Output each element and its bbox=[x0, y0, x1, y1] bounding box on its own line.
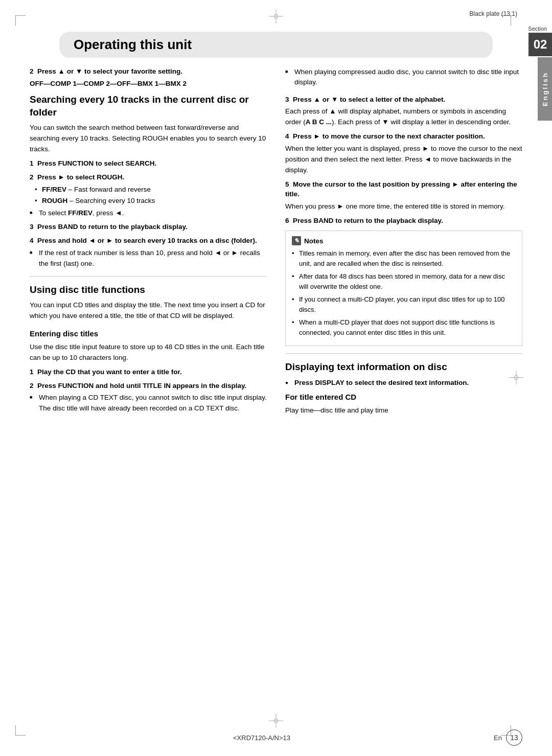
section-disc-title-intro: You can input CD titles and display the … bbox=[30, 300, 267, 322]
notes-title: ✎ Notes bbox=[292, 236, 516, 245]
section-displaying: Displaying text information on disc Pres… bbox=[285, 361, 522, 416]
section-disc-title-heading: Using disc title functions bbox=[30, 284, 267, 296]
step-4-title: 4 Press and hold ◄ or ► to search every … bbox=[30, 236, 267, 246]
right-column: When playing compressed audio disc, you … bbox=[285, 67, 522, 420]
right-step-3-title: 3 Press ▲ or ▼ to select a letter of the… bbox=[285, 95, 522, 105]
intro-step-body: OFF—COMP 1—COMP 2—OFF—BMX 1—BMX 2 bbox=[30, 79, 267, 89]
note-4: When a multi-CD player that does not sup… bbox=[292, 317, 516, 337]
right-step-4-body: When the letter you want is displayed, p… bbox=[285, 144, 522, 176]
section-searching-intro: You can switch the search method between… bbox=[30, 123, 267, 155]
step-1: 1 Press FUNCTION to select SEARCH. bbox=[30, 159, 267, 169]
section-number: 02 bbox=[528, 33, 552, 56]
step-2-bullets: FF/REV – Fast forward and reverse ROUGH … bbox=[35, 185, 267, 207]
step-4-sq-bullet: If the rest of track number is less than… bbox=[30, 248, 267, 269]
bullet-rough: ROUGH – Searching every 10 tracks bbox=[35, 196, 267, 206]
left-column: 2 Press ▲ or ▼ to select your favorite s… bbox=[30, 67, 267, 420]
intro-step: 2 Press ▲ or ▼ to select your favorite s… bbox=[30, 67, 267, 89]
main-content: 2 Press ▲ or ▼ to select your favorite s… bbox=[0, 67, 552, 420]
crosshair-right bbox=[509, 370, 523, 386]
title-banner: Operating this unit bbox=[59, 32, 493, 58]
note-3: If you connect a multi-CD player, you ca… bbox=[292, 294, 516, 314]
crosshair-bottom bbox=[269, 714, 283, 729]
top-right-text: Black plate (13,1) bbox=[470, 10, 517, 17]
page-title: Operating this unit bbox=[74, 37, 478, 53]
notes-box: ✎ Notes Titles remain in memory, even af… bbox=[285, 231, 522, 346]
notes-icon: ✎ bbox=[292, 236, 301, 245]
section-displaying-circle-bullet: Press DISPLAY to select the desired text… bbox=[285, 378, 522, 388]
page-number: 13 bbox=[510, 734, 518, 742]
step-2: 2 Press ► to select ROUGH. FF/REV – Fast… bbox=[30, 173, 267, 219]
page-number-prefix: En bbox=[494, 734, 502, 742]
disc-step-1-title: 1 Play the CD that you want to enter a t… bbox=[30, 368, 267, 377]
bottom-right: En 13 bbox=[494, 729, 522, 746]
entering-disc-titles-heading: Entering disc titles bbox=[30, 329, 267, 339]
bottom-model-text: <XRD7120-A/N>13 bbox=[233, 734, 290, 742]
right-step-5: 5 Move the cursor to the last position b… bbox=[285, 180, 522, 212]
step-1-title: 1 Press FUNCTION to select SEARCH. bbox=[30, 159, 267, 169]
intro-step-title: 2 Press ▲ or ▼ to select your favorite s… bbox=[30, 67, 267, 77]
step-3: 3 Press BAND to return to the playback d… bbox=[30, 222, 267, 232]
section-label: Section bbox=[528, 26, 547, 32]
right-step-6: 6 Press BAND to return to the playback d… bbox=[285, 216, 522, 226]
right-step-5-body: When you press ► one more time, the ente… bbox=[285, 201, 522, 212]
right-step-4-title: 4 Press ► to move the cursor to the next… bbox=[285, 132, 522, 142]
step-4: 4 Press and hold ◄ or ► to search every … bbox=[30, 236, 267, 268]
step-2-title: 2 Press ► to select ROUGH. bbox=[30, 173, 267, 182]
right-step-4: 4 Press ► to move the cursor to the next… bbox=[285, 132, 522, 176]
section-tab-group: Section 02 English bbox=[528, 26, 552, 121]
divider-1 bbox=[30, 276, 267, 277]
right-step-5-title: 5 Move the cursor to the last position b… bbox=[285, 180, 522, 199]
disc-step-2-sq-bullet: When playing a CD TEXT disc, you cannot … bbox=[30, 393, 267, 414]
bottom-center: <XRD7120-A/N>13 bbox=[233, 734, 290, 742]
notes-list: Titles remain in memory, even after the … bbox=[292, 248, 516, 337]
right-step-3: 3 Press ▲ or ▼ to select a letter of the… bbox=[285, 95, 522, 128]
crosshair-top bbox=[269, 9, 283, 25]
section-searching: Searching every 10 tracks in the current… bbox=[30, 94, 267, 269]
note-2: After data for 48 discs has been stored … bbox=[292, 271, 516, 291]
divider-2 bbox=[285, 353, 522, 354]
bottom-bar: <XRD7120-A/N>13 En 13 bbox=[0, 729, 552, 746]
corner-mark-tl bbox=[15, 15, 26, 26]
step-3-title: 3 Press BAND to return to the playback d… bbox=[30, 222, 267, 232]
for-title-entered-cd-text: Play time—disc title and play time bbox=[285, 405, 522, 416]
disc-step-2-title: 2 Press FUNCTION and hold until TITLE IN… bbox=[30, 381, 267, 391]
bullet-ffrev: FF/REV – Fast forward and reverse bbox=[35, 185, 267, 195]
right-step-6-title: 6 Press BAND to return to the playback d… bbox=[285, 216, 522, 226]
entering-disc-titles-intro: Use the disc title input feature to stor… bbox=[30, 342, 267, 363]
disc-step-1: 1 Play the CD that you want to enter a t… bbox=[30, 368, 267, 377]
section-searching-heading: Searching every 10 tracks in the current… bbox=[30, 94, 267, 119]
for-title-entered-cd-heading: For title entered CD bbox=[285, 392, 522, 402]
page-container: Black plate (13,1) Section 02 English Op… bbox=[0, 0, 552, 756]
step-2-sq-bullet: To select FF/REV, press ◄. bbox=[30, 208, 267, 218]
right-col-top-sq-bullet: When playing compressed audio disc, you … bbox=[285, 67, 522, 88]
right-step-3-body: Each press of ▲ will display alphabet, n… bbox=[285, 106, 522, 128]
page-number-box: 13 bbox=[506, 729, 522, 746]
section-displaying-heading: Displaying text information on disc bbox=[285, 361, 522, 374]
language-tab: English bbox=[538, 57, 552, 121]
note-1: Titles remain in memory, even after the … bbox=[292, 248, 516, 268]
disc-step-2: 2 Press FUNCTION and hold until TITLE IN… bbox=[30, 381, 267, 414]
section-disc-title: Using disc title functions You can input… bbox=[30, 284, 267, 414]
